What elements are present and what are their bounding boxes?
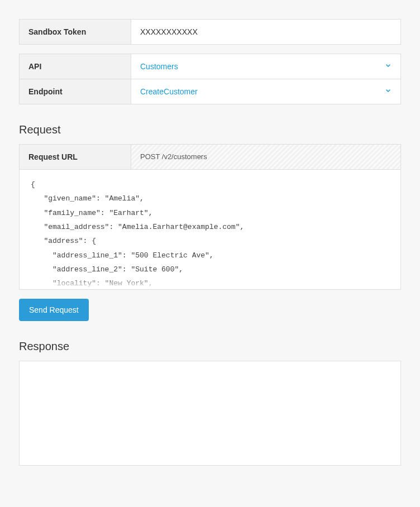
endpoint-value: CreateCustomer — [140, 87, 198, 96]
request-body-editor[interactable]: { "given_name": "Amelia", "family_name":… — [19, 169, 401, 290]
chevron-down-icon — [385, 88, 392, 96]
response-body-viewer[interactable] — [19, 361, 401, 466]
request-url-value: POST /v2/customers — [131, 145, 400, 169]
sandbox-token-table: Sandbox Token XXXXXXXXXXX — [19, 19, 401, 45]
sandbox-token-value[interactable]: XXXXXXXXXXX — [131, 20, 401, 45]
request-section-title: Request — [19, 123, 401, 136]
endpoint-select[interactable]: CreateCustomer — [131, 79, 401, 104]
api-value: Customers — [140, 62, 178, 71]
code-fade-overlay — [20, 277, 400, 289]
sandbox-token-text: XXXXXXXXXXX — [140, 27, 198, 36]
api-label: API — [20, 54, 131, 79]
send-request-button[interactable]: Send Request — [19, 299, 89, 321]
endpoint-label: Endpoint — [20, 79, 131, 104]
api-endpoint-table: API Customers Endpoint CreateCustomer — [19, 54, 401, 104]
response-section-title: Response — [19, 340, 401, 353]
request-url-label: Request URL — [20, 145, 131, 169]
chevron-down-icon — [385, 63, 392, 71]
request-body-text: { "given_name": "Amelia", "family_name":… — [31, 180, 244, 288]
sandbox-token-label: Sandbox Token — [20, 20, 131, 45]
api-select[interactable]: Customers — [131, 54, 401, 79]
request-url-row: Request URL POST /v2/customers — [19, 144, 401, 169]
